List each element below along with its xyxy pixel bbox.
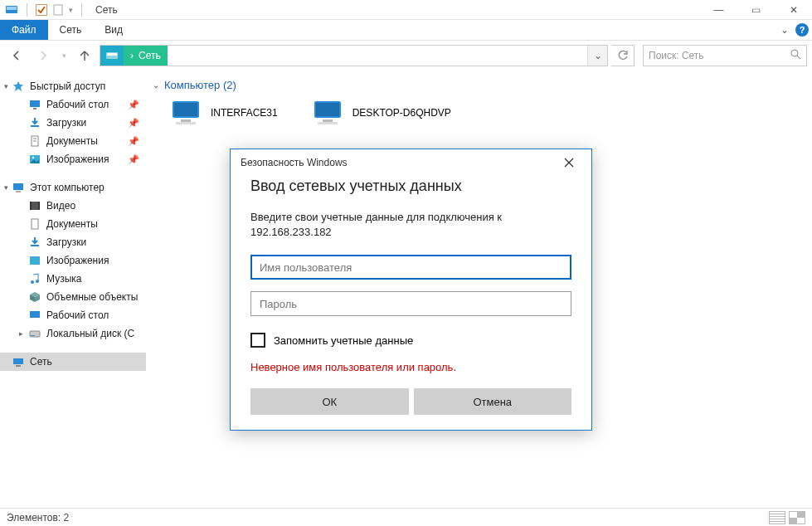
disk-icon [28, 327, 41, 340]
documents-icon [28, 217, 41, 231]
minimize-button[interactable]: — [700, 0, 737, 20]
app-icon [5, 3, 18, 17]
svg-rect-22 [31, 245, 39, 246]
tree-label: Документы [46, 218, 98, 230]
address-dropdown-button[interactable]: ⌄ [587, 46, 607, 66]
computer-icon [12, 181, 25, 194]
tree-label: Этот компьютер [30, 182, 105, 193]
computer-label: DESKTOP-D6QHDVP [353, 107, 451, 119]
svg-rect-28 [31, 335, 35, 336]
svg-rect-33 [181, 119, 191, 122]
group-header[interactable]: ⌄ Компьютер (2) [153, 79, 805, 91]
dialog-instruction: Введите свои учетные данные для подключе… [250, 210, 571, 240]
video-icon [28, 199, 41, 212]
maximize-button[interactable]: ▭ [737, 0, 775, 20]
svg-rect-3 [54, 5, 62, 15]
tree-local-disk[interactable]: ▸ Локальный диск (C [0, 324, 146, 343]
view-icons-button[interactable] [789, 511, 805, 524]
svg-rect-8 [30, 100, 40, 107]
svg-rect-20 [38, 202, 40, 210]
cancel-button[interactable]: Отмена [414, 388, 572, 415]
computer-label: INTERFACE31 [211, 107, 278, 119]
tree-video[interactable]: Видео [0, 197, 146, 215]
svg-rect-10 [31, 125, 39, 127]
svg-line-7 [797, 56, 800, 59]
tree-label: Рабочий стол [46, 99, 109, 110]
tree-this-pc[interactable]: ▾ Этот компьютер [0, 178, 146, 197]
tree-label: Локальный диск (C [46, 328, 134, 339]
nav-recent-dropdown[interactable]: ▾ [58, 44, 70, 67]
tree-label: Загрузки [46, 236, 86, 248]
svg-rect-30 [16, 365, 21, 367]
tree-documents-pc[interactable]: Документы [0, 215, 146, 233]
ribbon-tab-network[interactable]: Сеть [48, 20, 94, 40]
tree-downloads-pc[interactable]: Загрузки [0, 233, 146, 251]
qat-new-icon[interactable] [52, 4, 64, 16]
svg-rect-17 [16, 191, 21, 192]
ribbon-file-tab[interactable]: Файл [0, 20, 48, 40]
svg-point-6 [791, 50, 798, 56]
ribbon-expand-icon[interactable]: ⌄ [780, 24, 789, 36]
tree-downloads[interactable]: Загрузки 📌 [0, 114, 146, 132]
status-bar: Элементов: 2 [0, 508, 812, 526]
qat-checkbox-icon[interactable] [36, 4, 47, 16]
desktop-icon [28, 98, 41, 111]
status-text: Элементов: 2 [7, 512, 69, 524]
dialog-heading: Ввод сетевых учетных данных [250, 178, 571, 195]
computer-icon [311, 100, 344, 126]
address-bar[interactable]: › Сеть ⌄ [100, 45, 608, 66]
close-button[interactable]: ✕ [775, 0, 812, 20]
search-icon [790, 49, 801, 62]
documents-icon [28, 134, 41, 148]
remember-checkbox[interactable]: Запомнить учетные данные [250, 333, 571, 348]
dialog-title: Безопасность Windows [241, 157, 348, 168]
tree-documents[interactable]: Документы 📌 [0, 132, 146, 150]
tree-pictures-pc[interactable]: Изображения [0, 251, 146, 270]
computer-item[interactable]: DESKTOP-D6QHDVP [311, 100, 451, 126]
svg-rect-5 [107, 53, 117, 56]
tree-quick-access[interactable]: ▾ Быстрый доступ [0, 77, 146, 95]
computer-item[interactable]: INTERFACE31 [169, 100, 278, 126]
view-details-button[interactable] [769, 511, 785, 524]
tree-label: Объемные объекты [46, 291, 138, 303]
tree-label: Видео [46, 200, 75, 212]
pin-icon: 📌 [128, 154, 139, 165]
dialog-close-button[interactable] [557, 150, 581, 175]
tree-label: Музыка [46, 273, 81, 285]
tree-desktop[interactable]: Рабочий стол 📌 [0, 95, 146, 114]
svg-rect-2 [36, 4, 47, 15]
tree-label: Загрузки [46, 117, 86, 129]
svg-rect-37 [323, 119, 333, 122]
tree-label: Документы [46, 135, 98, 147]
search-input[interactable] [649, 50, 790, 61]
username-field[interactable] [250, 255, 571, 280]
nav-forward-button[interactable] [32, 44, 55, 67]
qat-dropdown-icon[interactable]: ▾ [69, 6, 73, 14]
tree-3d-objects[interactable]: Объемные объекты [0, 288, 146, 306]
breadcrumb-segment[interactable]: › Сеть [124, 46, 168, 66]
address-location-icon [100, 46, 124, 66]
cube-icon [28, 290, 41, 304]
ok-button[interactable]: ОК [250, 388, 409, 415]
ribbon-tab-view[interactable]: Вид [93, 20, 134, 40]
tree-network[interactable]: Сеть [0, 353, 146, 371]
credentials-dialog: Безопасность Windows Ввод сетевых учетны… [230, 149, 592, 431]
star-icon [12, 80, 25, 93]
svg-rect-36 [316, 103, 339, 116]
svg-rect-16 [13, 183, 23, 190]
svg-rect-34 [176, 122, 196, 124]
refresh-button[interactable] [611, 45, 635, 66]
computer-icon [169, 100, 202, 126]
downloads-icon [28, 236, 41, 249]
remember-label: Запомнить учетные данные [274, 334, 413, 347]
password-field[interactable] [250, 291, 571, 316]
ribbon: Файл Сеть Вид ⌄ ? [0, 20, 812, 41]
search-box[interactable] [643, 45, 807, 66]
tree-music[interactable]: Музыка [0, 270, 146, 288]
nav-back-button[interactable] [5, 44, 28, 67]
tree-desktop-pc[interactable]: Рабочий стол [0, 306, 146, 324]
nav-up-button[interactable] [73, 44, 96, 67]
pin-icon: 📌 [128, 100, 139, 110]
help-icon[interactable]: ? [795, 23, 809, 37]
tree-pictures[interactable]: Изображения 📌 [0, 150, 146, 168]
